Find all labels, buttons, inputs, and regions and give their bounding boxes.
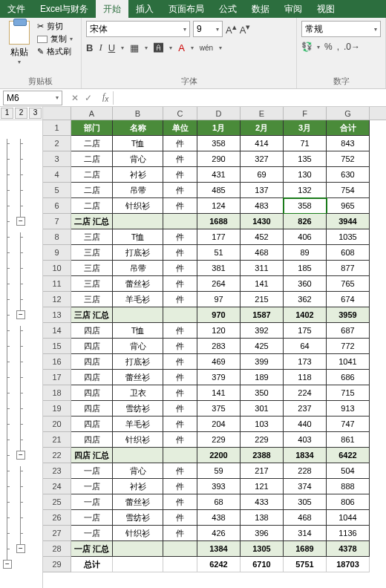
cell-G29[interactable]: 18703 bbox=[327, 557, 370, 572]
cell-E27[interactable]: 396 bbox=[241, 526, 284, 541]
cell-C24[interactable]: 件 bbox=[163, 479, 197, 494]
inc-decimal-button[interactable]: .0→ bbox=[344, 42, 360, 52]
cell-G2[interactable]: 843 bbox=[327, 136, 370, 151]
cell-B5[interactable]: 吊带 bbox=[113, 183, 163, 198]
cell-G3[interactable]: 752 bbox=[327, 151, 370, 167]
cell-F28[interactable]: 1689 bbox=[284, 541, 327, 557]
row-header-3[interactable]: 3 bbox=[43, 151, 71, 167]
enter-icon[interactable]: ✓ bbox=[85, 93, 92, 103]
cell-E15[interactable]: 425 bbox=[241, 339, 284, 354]
cell-C27[interactable]: 件 bbox=[163, 526, 197, 541]
cell-G7[interactable]: 3944 bbox=[327, 214, 370, 229]
cell-C15[interactable]: 件 bbox=[163, 339, 197, 354]
cell-G11[interactable]: 765 bbox=[327, 276, 370, 292]
cell-E19[interactable]: 301 bbox=[241, 401, 284, 416]
accounting-button[interactable]: 💱 bbox=[301, 42, 313, 52]
cell-C10[interactable]: 件 bbox=[163, 261, 197, 276]
cell-F3[interactable]: 135 bbox=[284, 151, 327, 167]
cell-E23[interactable]: 217 bbox=[241, 463, 284, 479]
cell-F17[interactable]: 118 bbox=[284, 370, 327, 385]
cell-C18[interactable]: 件 bbox=[163, 385, 197, 401]
outline-toggle[interactable]: − bbox=[16, 451, 25, 460]
cell-D29[interactable]: 6242 bbox=[197, 557, 241, 572]
italic-button[interactable]: I bbox=[99, 42, 102, 53]
bold-button[interactable]: B bbox=[86, 42, 93, 53]
phonetic-button[interactable]: wén bbox=[200, 44, 213, 52]
cell-D10[interactable]: 381 bbox=[197, 261, 241, 276]
cell-F13[interactable]: 1402 bbox=[284, 307, 327, 323]
cell-G8[interactable]: 1035 bbox=[327, 229, 370, 245]
cell-F4[interactable]: 130 bbox=[284, 167, 327, 183]
cell-D12[interactable]: 97 bbox=[197, 292, 241, 307]
row-header-16[interactable]: 16 bbox=[43, 354, 71, 370]
cell-C26[interactable]: 件 bbox=[163, 510, 197, 526]
cell-C2[interactable]: 件 bbox=[163, 136, 197, 151]
cell-D17[interactable]: 379 bbox=[197, 370, 241, 385]
cell-G13[interactable]: 3959 bbox=[327, 307, 370, 323]
menu-tab-2[interactable]: 开始 bbox=[96, 0, 128, 18]
cell-A12[interactable]: 三店 bbox=[71, 292, 113, 307]
row-header-7[interactable]: 7 bbox=[43, 214, 71, 229]
cell-A18[interactable]: 四店 bbox=[71, 385, 113, 401]
cell-B19[interactable]: 雪纺衫 bbox=[113, 401, 163, 416]
cell-E1[interactable]: 2月 bbox=[241, 120, 284, 136]
menu-tab-7[interactable]: 审阅 bbox=[277, 0, 310, 18]
cell-E4[interactable]: 69 bbox=[241, 167, 284, 183]
shrink-font-button[interactable]: A▾ bbox=[240, 22, 251, 36]
cell-D28[interactable]: 1384 bbox=[197, 541, 241, 557]
cell-F18[interactable]: 224 bbox=[284, 385, 327, 401]
cell-C23[interactable]: 件 bbox=[163, 463, 197, 479]
row-header-19[interactable]: 19 bbox=[43, 401, 71, 416]
grow-font-button[interactable]: A▴ bbox=[226, 22, 237, 36]
formula-input[interactable] bbox=[113, 91, 386, 105]
cell-C4[interactable]: 件 bbox=[163, 167, 197, 183]
name-box[interactable]: M6▾ bbox=[3, 91, 62, 105]
cell-G28[interactable]: 4378 bbox=[327, 541, 370, 557]
cell-F8[interactable]: 406 bbox=[284, 229, 327, 245]
cell-D16[interactable]: 469 bbox=[197, 354, 241, 370]
col-header-D[interactable]: D bbox=[197, 107, 241, 120]
cell-F12[interactable]: 362 bbox=[284, 292, 327, 307]
cell-F2[interactable]: 71 bbox=[284, 136, 327, 151]
cell-A28[interactable]: 一店 汇总 bbox=[71, 541, 113, 557]
cell-B10[interactable]: 吊带 bbox=[113, 261, 163, 276]
col-header-G[interactable]: G bbox=[327, 107, 370, 120]
cut-button[interactable]: ✂剪切 bbox=[37, 21, 73, 32]
cell-E7[interactable]: 1430 bbox=[241, 214, 284, 229]
border-button[interactable]: ▦ bbox=[130, 42, 139, 53]
cell-B15[interactable]: 背心 bbox=[113, 339, 163, 354]
row-header-20[interactable]: 20 bbox=[43, 416, 71, 432]
cell-F6[interactable]: 358 bbox=[284, 198, 327, 214]
cell-E24[interactable]: 121 bbox=[241, 479, 284, 494]
cell-E14[interactable]: 392 bbox=[241, 323, 284, 339]
row-header-8[interactable]: 8 bbox=[43, 229, 71, 245]
cell-E25[interactable]: 433 bbox=[241, 494, 284, 510]
menu-tab-6[interactable]: 数据 bbox=[244, 0, 277, 18]
cell-E11[interactable]: 141 bbox=[241, 276, 284, 292]
col-header-B[interactable]: B bbox=[113, 107, 163, 120]
cell-D25[interactable]: 68 bbox=[197, 494, 241, 510]
cell-D1[interactable]: 1月 bbox=[197, 120, 241, 136]
row-header-4[interactable]: 4 bbox=[43, 167, 71, 183]
cell-A15[interactable]: 四店 bbox=[71, 339, 113, 354]
cell-A7[interactable]: 二店 汇总 bbox=[71, 214, 113, 229]
cell-G20[interactable]: 747 bbox=[327, 416, 370, 432]
cell-B24[interactable]: 衬衫 bbox=[113, 479, 163, 494]
cell-A11[interactable]: 三店 bbox=[71, 276, 113, 292]
font-color-button[interactable]: A bbox=[178, 42, 185, 53]
cell-B3[interactable]: 背心 bbox=[113, 151, 163, 167]
cell-F26[interactable]: 468 bbox=[284, 510, 327, 526]
cell-E2[interactable]: 414 bbox=[241, 136, 284, 151]
cell-D14[interactable]: 120 bbox=[197, 323, 241, 339]
cell-D4[interactable]: 431 bbox=[197, 167, 241, 183]
cell-G27[interactable]: 1136 bbox=[327, 526, 370, 541]
cell-C11[interactable]: 件 bbox=[163, 276, 197, 292]
cell-C29[interactable] bbox=[163, 557, 197, 572]
cell-A17[interactable]: 四店 bbox=[71, 370, 113, 385]
cell-B13[interactable] bbox=[113, 307, 163, 323]
cell-B23[interactable]: 背心 bbox=[113, 463, 163, 479]
percent-button[interactable]: % bbox=[324, 42, 333, 52]
cell-D3[interactable]: 290 bbox=[197, 151, 241, 167]
cell-D26[interactable]: 438 bbox=[197, 510, 241, 526]
cell-D7[interactable]: 1688 bbox=[197, 214, 241, 229]
